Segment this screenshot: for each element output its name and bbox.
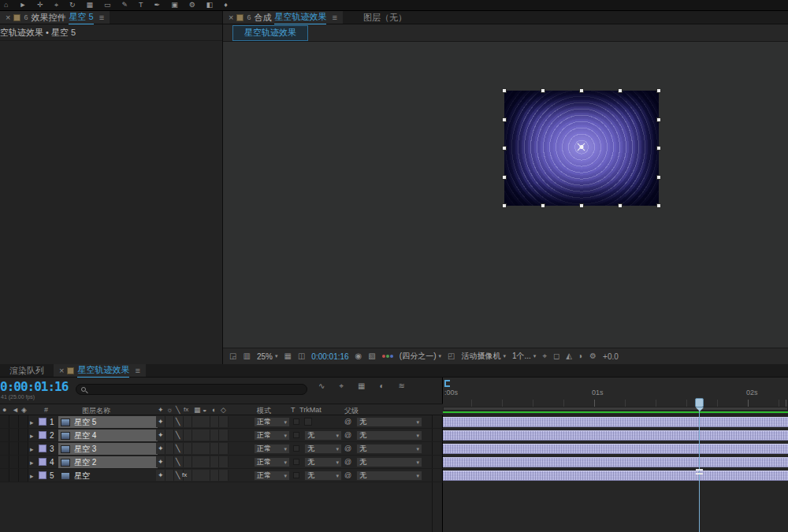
video-toggle[interactable] [0, 415, 9, 428]
draft-3d-icon[interactable]: ⌖ [339, 382, 344, 390]
shape-tool-icon[interactable]: ▭ [104, 2, 111, 9]
col-trkmat[interactable]: TrkMat [299, 406, 322, 414]
trkmat-dropdown[interactable]: 无▾ [304, 471, 342, 481]
selection-handle[interactable] [618, 88, 623, 93]
parent-pickwhip-icon[interactable]: @ [344, 471, 351, 479]
selection-handle[interactable] [541, 88, 545, 93]
work-area-bar[interactable] [443, 407, 788, 411]
audio-toggle[interactable] [9, 456, 19, 468]
comp-viewer[interactable] [223, 42, 788, 348]
preserve-transparency-checkbox[interactable] [293, 472, 299, 478]
fast-preview-icon[interactable]: ◻ [553, 352, 559, 360]
resolution-dropdown[interactable]: (四分之一)▾ [400, 351, 441, 362]
layer-grip[interactable] [696, 469, 703, 471]
selection-handle[interactable] [502, 117, 507, 122]
parent-pickwhip-icon[interactable]: @ [344, 445, 351, 452]
flowchart-icon[interactable]: ◗ [578, 352, 583, 360]
work-area-start-icon[interactable] [444, 380, 450, 387]
rotate-tool-icon[interactable]: ↻ [69, 2, 76, 9]
video-toggle[interactable] [0, 429, 9, 441]
view-layout-dropdown[interactable]: 1个...▾ [512, 351, 536, 362]
snapshot-icon[interactable]: ◉ [355, 352, 362, 360]
layer-name[interactable]: 星空 [74, 471, 90, 482]
text-tool-icon[interactable]: T [139, 2, 143, 9]
viewer-timecode[interactable]: 0:00:01:16 [311, 352, 348, 361]
collapse-switch-icon[interactable]: ✦ [158, 458, 164, 466]
quality-switch-icon[interactable]: ╲ [176, 458, 180, 466]
comp-name-label[interactable]: 星空轨迹效果 [274, 11, 326, 24]
preserve-transparency-checkbox[interactable] [293, 459, 299, 465]
camera-view-dropdown[interactable]: 活动摄像机▾ [461, 351, 506, 362]
layer-switches[interactable]: ✦╲ [156, 443, 229, 454]
selection-handle[interactable] [502, 203, 507, 208]
label-color-chip[interactable] [39, 445, 46, 452]
lock-toggle[interactable] [19, 469, 28, 482]
layer-name-cell[interactable]: 星空 [58, 470, 158, 482]
selection-handle[interactable] [656, 88, 661, 93]
selection-handle[interactable] [656, 146, 661, 151]
preserve-transparency-checkbox[interactable] [293, 432, 299, 438]
blend-mode-dropdown[interactable]: 正常▾ [254, 417, 290, 427]
label-color-chip[interactable] [39, 418, 46, 426]
frame-blend-icon[interactable]: ◐ [379, 382, 384, 390]
layer-bar[interactable] [443, 430, 788, 441]
show-snapshot-icon[interactable]: ▧ [368, 352, 375, 360]
layer-switches[interactable]: ✦╲ [156, 456, 229, 467]
layer-name[interactable]: 星空 2 [74, 457, 96, 468]
track-row[interactable] [443, 442, 788, 456]
layer-bar[interactable] [443, 417, 788, 427]
collapse-switch-icon[interactable]: ✦ [158, 445, 164, 452]
layer-bar[interactable] [443, 444, 788, 454]
audio-toggle[interactable] [9, 429, 19, 441]
parent-pickwhip-icon[interactable]: @ [344, 458, 351, 466]
tab-timeline-comp[interactable]: × 星空轨迹效果 ≡ [54, 364, 146, 377]
panel-menu-icon[interactable]: ≡ [99, 13, 104, 22]
expander-icon[interactable]: ▸ [30, 472, 34, 480]
label-color-chip[interactable] [39, 431, 46, 439]
preserve-transparency-checkbox[interactable] [293, 419, 299, 425]
layer-switches[interactable]: ✦╲ [156, 430, 229, 441]
layer-name-cell[interactable]: 星空 4 [58, 430, 158, 441]
trkmat-dropdown[interactable]: 无▾ [304, 457, 342, 467]
selection-handle[interactable] [579, 203, 584, 208]
panel-menu-icon[interactable]: ≡ [135, 366, 139, 375]
layer-name[interactable]: 星空 3 [74, 444, 96, 455]
roto-tool-icon[interactable]: ◧ [206, 2, 214, 9]
mini-flowchart-icon[interactable]: ∿ [318, 382, 325, 390]
quality-switch-icon[interactable]: ╲ [176, 418, 180, 426]
trkmat-dropdown[interactable]: 无▾ [304, 444, 342, 454]
time-ruler[interactable]: :00s 01s 02s [443, 378, 788, 415]
layer-bar[interactable] [443, 471, 788, 481]
blend-mode-dropdown[interactable]: 正常▾ [254, 457, 290, 467]
layer-name-cell[interactable]: 星空 2 [58, 456, 158, 468]
expander-icon[interactable]: ▸ [30, 459, 34, 467]
audio-toggle[interactable] [9, 442, 19, 455]
mask-visibility-icon[interactable]: ◫ [298, 352, 305, 360]
label-color-chip[interactable] [39, 471, 46, 479]
table-row[interactable]: ▸ 5 星空 ✦╲fx 正常▾ 无▾ @ 无▾ [0, 469, 443, 482]
tab-composition[interactable]: × 6 合成 星空轨迹效果 ≡ [223, 11, 343, 24]
parent-dropdown[interactable]: 无▾ [356, 444, 422, 454]
track-row[interactable] [443, 469, 788, 482]
video-toggle[interactable] [0, 469, 9, 482]
source-label[interactable]: 星空 5 [69, 11, 93, 24]
table-row[interactable]: ▸ 3 星空 3 ✦╲ 正常▾ 无▾ @ 无▾ [0, 442, 443, 456]
layer-bar[interactable] [443, 457, 788, 467]
close-icon[interactable]: × [229, 13, 233, 22]
lock-toggle[interactable] [19, 429, 28, 441]
selection-handle[interactable] [579, 88, 584, 93]
grid-guides-icon[interactable]: ▦ [284, 352, 291, 360]
shy-layers-icon[interactable]: ▦ [358, 382, 365, 390]
motion-blur-icon[interactable]: ≋ [399, 382, 405, 390]
track-row[interactable] [443, 429, 788, 442]
layer-grip[interactable] [696, 473, 703, 474]
exposure-gear-icon[interactable]: ⚙ [589, 352, 597, 360]
fx-switch-icon[interactable]: fx [182, 471, 187, 478]
playhead-handle[interactable] [695, 398, 704, 407]
selection-handle[interactable] [502, 146, 507, 151]
blend-mode-dropdown[interactable]: 正常▾ [254, 444, 290, 454]
playhead-line[interactable] [699, 400, 700, 532]
close-icon[interactable]: × [6, 13, 10, 22]
trkmat-dropdown[interactable]: 无▾ [304, 430, 342, 441]
home-icon[interactable]: ⌂ [4, 2, 8, 9]
